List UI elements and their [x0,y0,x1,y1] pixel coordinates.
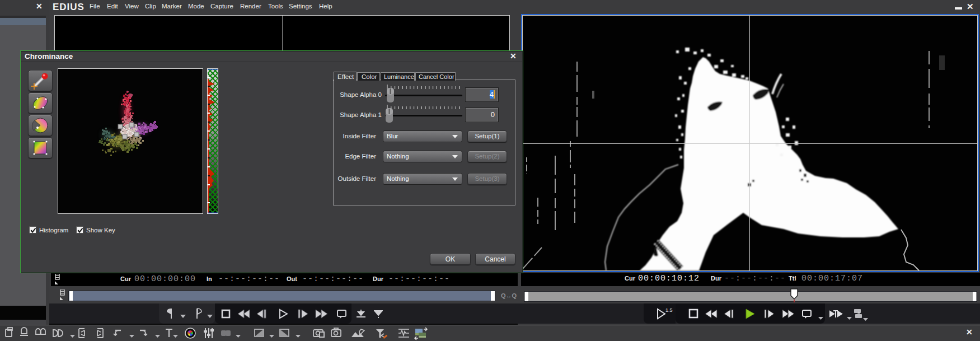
svg-text:1.5: 1.5 [665,307,673,313]
